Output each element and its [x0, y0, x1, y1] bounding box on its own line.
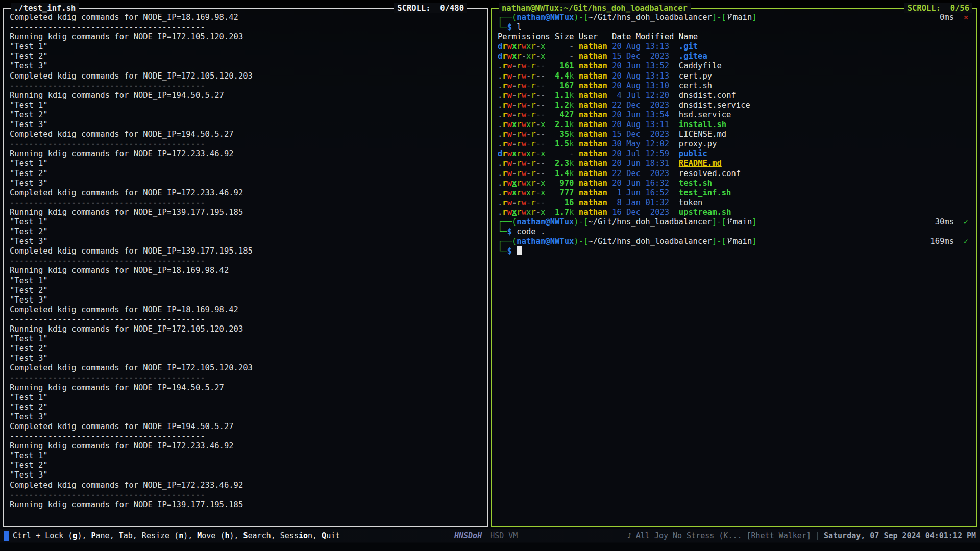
gap	[607, 71, 612, 81]
user-cell: nathan	[579, 149, 607, 158]
file-row[interactable]: .rw-rw-r-- 4.4k nathan 20 Aug 13:13 cert…	[498, 71, 973, 81]
gap	[674, 110, 678, 119]
terminal-line-text: ----------------------------------------…	[10, 315, 205, 324]
terminal-line: "Test 2"	[10, 461, 484, 470]
perm-char: -	[512, 101, 517, 110]
keybind-hotkey[interactable]: S	[243, 531, 248, 540]
success-check-icon: ✓	[964, 217, 968, 227]
terminal-line: Completed kdig commands for NODE_IP=172.…	[10, 188, 484, 198]
size-cell: 970	[555, 179, 574, 188]
keybind-hints[interactable]: Ctrl + Lock (g), Pane, Tab, Resize (n), …	[13, 531, 340, 540]
perm-char: r	[517, 139, 521, 148]
perm-char: r	[502, 208, 507, 217]
file-row[interactable]: drwxr-xr-x - nathan 15 Dec 2023 .gitea	[498, 52, 973, 61]
terminal-line: Running kdig commands for NODE_IP=139.17…	[10, 208, 484, 217]
perm-char: r	[502, 81, 507, 90]
gap	[607, 208, 612, 217]
keybind-hotkey[interactable]: T	[119, 531, 124, 540]
date-cell: 20 Jun 13:52	[612, 61, 674, 70]
terminal-line-text: "Test 3"	[10, 354, 48, 363]
file-row[interactable]: drwxrwxr-x - nathan 20 Jul 12:59 public	[498, 149, 973, 159]
terminal-line: Running kdig commands for NODE_IP=172.23…	[10, 441, 484, 451]
file-row[interactable]: .rw-rw-r-- 167 nathan 20 Aug 13:10 cert.…	[498, 81, 973, 91]
terminal-line: "Test 3"	[10, 295, 484, 305]
file-row[interactable]: .rw-rw-r-- 427 nathan 20 Jun 13:54 hsd.s…	[498, 110, 973, 120]
gap	[607, 188, 612, 197]
session-name-tab[interactable]: HNSDoH	[454, 531, 482, 540]
perm-char: r	[531, 42, 535, 51]
perm-char: r	[502, 159, 507, 168]
gap	[674, 179, 678, 188]
prompt-line: ┌──(nathan@NWTux)-[~/Git/hns_doh_loadbal…	[498, 237, 973, 246]
file-row[interactable]: .rw-rw-r-- 35k nathan 15 Dec 2023 LICENS…	[498, 130, 973, 139]
user-cell: nathan	[579, 71, 607, 81]
file-row[interactable]: .rwxrwxr-x 970 nathan 20 Jun 16:32 test.…	[498, 179, 973, 188]
tmux-status-bar: Ctrl + Lock (g), Pane, Tab, Resize (n), …	[0, 529, 980, 551]
perm-char: r	[517, 159, 521, 168]
file-row[interactable]: .rwxrwxr-x 777 nathan 1 Jun 16:52 test_i…	[498, 188, 973, 198]
col-header: User	[579, 32, 598, 41]
keybind-hotkey[interactable]: M	[197, 531, 202, 540]
perm-char: r	[531, 208, 535, 217]
perm-char: w	[522, 208, 526, 217]
file-row[interactable]: .rwxrwxr-x 1.7k nathan 16 Dec 2023 upstr…	[498, 208, 973, 217]
git-branch-icon	[726, 13, 733, 22]
terminal-line: Completed kdig commands for NODE_IP=194.…	[10, 130, 484, 139]
file-row[interactable]: .rw-rw-r-- 161 nathan 20 Jun 13:52 Caddy…	[498, 61, 973, 71]
prompt-frame: ]-[	[712, 217, 726, 227]
keybind-hotkey[interactable]: io	[299, 531, 308, 540]
tmux-pane-right[interactable]: nathan@NWTux:~/Git/hns_doh_loadbalancer …	[491, 8, 977, 527]
user-cell: nathan	[579, 139, 607, 148]
window-name-tab[interactable]: HSD VM	[490, 531, 518, 540]
gap	[674, 169, 678, 178]
perm-char: -	[536, 120, 541, 129]
gap	[574, 130, 578, 139]
terminal-line: ----------------------------------------…	[10, 139, 484, 149]
gap	[674, 61, 678, 70]
file-row[interactable]: .rw-rw-r-- 16 nathan 8 Jan 01:32 token	[498, 198, 973, 208]
terminal-line-text: "Test 2"	[10, 52, 48, 61]
file-name: cert.sh	[679, 81, 712, 90]
perm-char: -	[536, 179, 541, 188]
perm-char: w	[507, 101, 512, 110]
terminal-line-text: ----------------------------------------…	[10, 22, 205, 32]
perm-char: -	[536, 159, 541, 168]
file-row[interactable]: .rw-rw-r-- 1.4k nathan 22 Dec 2023 resol…	[498, 169, 973, 179]
terminal-line-text: "Test 3"	[10, 412, 48, 421]
command-duration: 169ms	[930, 237, 963, 246]
file-row[interactable]: .rw-rw-r-- 1.2k nathan 22 Dec 2023 dnsdi…	[498, 101, 973, 110]
file-row[interactable]: .rwxrwxr-x 2.1k nathan 20 Aug 13:11 inst…	[498, 120, 973, 130]
perm-char: x	[526, 188, 531, 197]
terminal-line: Completed kdig commands for NODE_IP=194.…	[10, 422, 484, 432]
terminal-line: Completed kdig commands for NODE_IP=172.…	[10, 481, 484, 490]
gap	[607, 169, 612, 178]
perm-char: .	[498, 61, 502, 70]
desktop: ./test_inf.sh SCROLL: 0/480 Completed kd…	[0, 0, 980, 551]
file-row[interactable]: .rw-rw-r-- 2.3k nathan 20 Jun 18:31 READ…	[498, 159, 973, 168]
gap	[545, 188, 555, 197]
perm-char: w	[507, 139, 512, 148]
user-cell: nathan	[579, 198, 607, 207]
user-cell: nathan	[579, 110, 607, 119]
file-name: LICENSE.md	[679, 130, 726, 139]
prompt-frame: └─	[498, 22, 507, 32]
terminal-line-text: ----------------------------------------…	[10, 81, 205, 90]
file-row[interactable]: .rw-rw-r-- 1.5k nathan 30 May 12:02 prox…	[498, 139, 973, 149]
terminal-line: "Test 2"	[10, 286, 484, 295]
terminal-line-text: Completed kdig commands for NODE_IP=18.1…	[10, 13, 238, 22]
terminal-line-text: Running kdig commands for NODE_IP=172.23…	[10, 149, 234, 158]
keybind-hotkey[interactable]: Q	[322, 531, 326, 540]
prompt-frame: ┌──(	[498, 237, 517, 246]
keybind-hotkey[interactable]: P	[91, 531, 96, 540]
keybind-hotkey[interactable]: n	[179, 531, 183, 540]
tmux-pane-left[interactable]: ./test_inf.sh SCROLL: 0/480 Completed kd…	[3, 8, 488, 527]
prompt-path: ~/Git/hns_doh_loadbalancer	[588, 13, 712, 22]
date-cell: 30 May 12:02	[612, 139, 674, 148]
permissions-cell: .rwxrwxr-x	[498, 120, 555, 129]
file-name: test_inf.sh	[679, 188, 731, 197]
gap	[574, 159, 578, 168]
perm-char: -	[536, 71, 541, 81]
file-row[interactable]: .rw-rw-r-- 1.1k nathan 4 Jul 12:20 dnsdi…	[498, 91, 973, 101]
perm-char: x	[526, 179, 531, 188]
file-row[interactable]: drwxrwxr-x - nathan 20 Aug 13:13 .git	[498, 42, 973, 52]
